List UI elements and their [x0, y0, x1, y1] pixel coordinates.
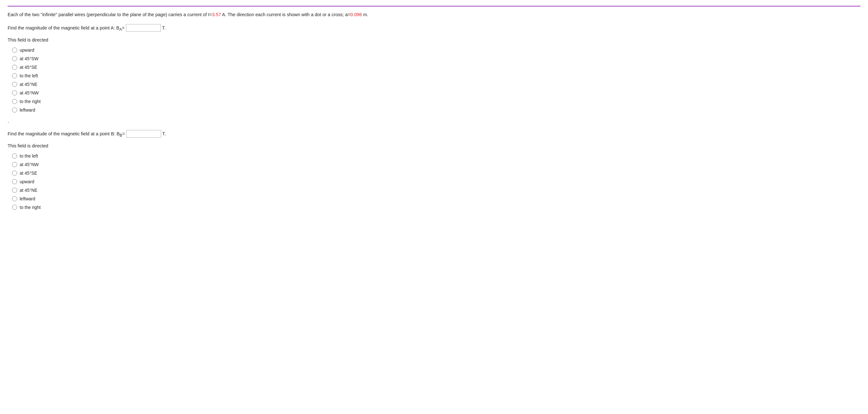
I-value: 3.57 — [212, 12, 221, 17]
radio-a-input-7[interactable] — [12, 107, 17, 112]
radio-a-option-6[interactable]: to the right — [12, 98, 860, 105]
radio-b-label-6: to the right — [20, 204, 41, 211]
radio-a-label-7: leftward — [20, 107, 35, 113]
radio-a-input-1[interactable] — [12, 56, 17, 61]
radio-b-label-2: at 45°SE — [20, 170, 37, 177]
radio-a-option-2[interactable]: at 45°SE — [12, 64, 860, 71]
field-a-row: Find the magnitude of the magnetic field… — [8, 24, 860, 32]
intro-text-after-I: A. The direction each current is shown w… — [221, 12, 350, 17]
radio-b-option-3[interactable]: upward — [12, 178, 860, 185]
radio-b-label-0: to the left — [20, 153, 38, 160]
field-b-input[interactable] — [126, 130, 161, 138]
field-b-unit: T. — [162, 131, 166, 138]
radio-b-label-4: at 45°NE — [20, 187, 37, 194]
section-b: Find the magnitude of the magnetic field… — [8, 130, 860, 211]
radio-a-label-5: at 45°NW — [20, 90, 39, 96]
radio-a-option-3[interactable]: to the left — [12, 73, 860, 79]
field-b-subscript: B — [120, 133, 122, 138]
radio-b-input-2[interactable] — [12, 171, 17, 176]
radio-b-option-1[interactable]: at 45°NW — [12, 161, 860, 168]
radio-a-label-1: at 45°SW — [20, 56, 38, 62]
field-a-label: Find the magnitude of the magnetic field… — [8, 25, 125, 32]
intro-text-before-I: Each of the two "infinite" parallel wire… — [8, 12, 212, 17]
radio-a-label-6: to the right — [20, 98, 41, 105]
section-a-radio-group: upward at 45°SW at 45°SE to the left at … — [12, 47, 860, 113]
intro-text-end: m. — [362, 12, 368, 17]
radio-a-input-5[interactable] — [12, 90, 17, 95]
dot-separator: . — [8, 117, 860, 125]
field-a-unit: T. — [162, 25, 165, 32]
section-a-direction-label: This field is directed — [8, 37, 860, 44]
radio-b-input-0[interactable] — [12, 153, 17, 159]
top-bar — [8, 6, 860, 7]
radio-a-input-0[interactable] — [12, 47, 17, 53]
radio-b-label-5: leftward — [20, 196, 35, 202]
radio-a-label-0: upward — [20, 47, 34, 54]
radio-a-option-1[interactable]: at 45°SW — [12, 56, 860, 62]
radio-b-input-3[interactable] — [12, 179, 17, 184]
radio-b-option-5[interactable]: leftward — [12, 196, 860, 202]
field-b-label: Find the magnitude of the magnetic field… — [8, 131, 125, 138]
section-a: Find the magnitude of the magnetic field… — [8, 24, 860, 125]
radio-a-option-0[interactable]: upward — [12, 47, 860, 54]
radio-b-input-6[interactable] — [12, 205, 17, 210]
radio-b-option-2[interactable]: at 45°SE — [12, 170, 860, 177]
radio-a-label-2: at 45°SE — [20, 64, 37, 71]
radio-a-label-3: to the left — [20, 73, 38, 79]
intro-paragraph: Each of the two "infinite" parallel wire… — [8, 11, 860, 19]
radio-b-label-3: upward — [20, 178, 34, 185]
radio-a-label-4: at 45°NE — [20, 81, 37, 88]
radio-b-option-4[interactable]: at 45°NE — [12, 187, 860, 194]
section-b-direction-label: This field is directed — [8, 143, 860, 150]
radio-b-option-0[interactable]: to the left — [12, 153, 860, 160]
field-a-input[interactable] — [126, 24, 161, 32]
radio-b-input-1[interactable] — [12, 162, 17, 167]
radio-a-option-7[interactable]: leftward — [12, 107, 860, 113]
a-value: 0.096 — [350, 12, 362, 17]
radio-a-input-6[interactable] — [12, 99, 17, 104]
field-b-row: Find the magnitude of the magnetic field… — [8, 130, 860, 138]
radio-b-option-6[interactable]: to the right — [12, 204, 860, 211]
radio-b-input-4[interactable] — [12, 188, 17, 193]
radio-a-input-4[interactable] — [12, 82, 17, 87]
radio-a-input-3[interactable] — [12, 73, 17, 78]
radio-a-input-2[interactable] — [12, 65, 17, 70]
section-b-radio-group: to the left at 45°NW at 45°SE upward at … — [12, 153, 860, 211]
radio-b-input-5[interactable] — [12, 196, 17, 201]
radio-a-option-4[interactable]: at 45°NE — [12, 81, 860, 88]
radio-a-option-5[interactable]: at 45°NW — [12, 90, 860, 96]
radio-b-label-1: at 45°NW — [20, 161, 39, 168]
